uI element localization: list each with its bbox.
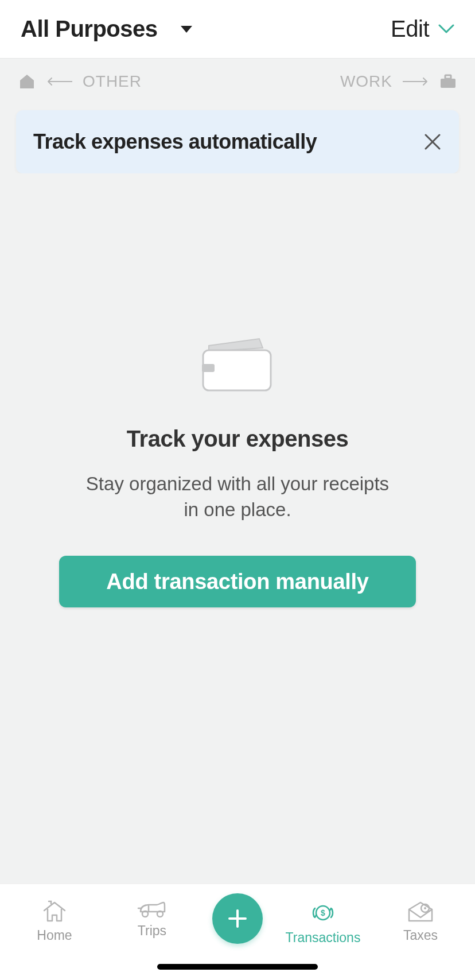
home-icon — [18, 73, 36, 90]
briefcase-icon — [439, 74, 457, 89]
category-work-label: WORK — [340, 72, 392, 91]
arrow-left-icon — [46, 77, 72, 86]
edit-button[interactable]: Edit — [391, 16, 454, 42]
track-expenses-banner[interactable]: Track expenses automatically — [16, 110, 459, 173]
transactions-icon: $ — [310, 900, 336, 925]
home-indicator[interactable] — [157, 964, 318, 970]
nav-transactions[interactable]: $ Transactions — [286, 896, 360, 946]
svg-rect-3 — [202, 364, 215, 372]
close-icon[interactable] — [423, 133, 442, 151]
wallet-icon — [197, 334, 278, 426]
nav-taxes[interactable]: Taxes — [383, 896, 458, 943]
add-fab-button[interactable] — [212, 893, 263, 944]
svg-rect-1 — [445, 75, 451, 79]
nav-taxes-label: Taxes — [403, 928, 438, 943]
svg-point-9 — [424, 907, 426, 909]
bottom-navigation: Home Trips $ Transactions — [0, 884, 475, 980]
purpose-filter-label: All Purposes — [21, 16, 158, 42]
category-other[interactable]: OTHER — [18, 72, 142, 91]
category-swipe-bar: OTHER WORK — [0, 59, 475, 104]
chevron-down-icon — [438, 24, 454, 34]
envelope-icon — [407, 900, 434, 923]
nav-trips[interactable]: Trips — [115, 896, 189, 939]
nav-home-label: Home — [37, 928, 72, 943]
add-transaction-button[interactable]: Add transaction manually — [59, 556, 416, 607]
empty-state: Track your expenses Stay organized with … — [0, 173, 475, 884]
edit-label: Edit — [391, 16, 429, 42]
nav-transactions-label: Transactions — [286, 930, 361, 946]
empty-state-subtitle: Stay organized with all your receipts in… — [77, 471, 398, 522]
purpose-filter-dropdown[interactable]: All Purposes — [21, 16, 192, 42]
category-other-label: OTHER — [83, 72, 142, 91]
svg-rect-0 — [441, 79, 455, 88]
nav-trips-label: Trips — [138, 923, 166, 939]
chevron-down-icon — [181, 26, 192, 33]
banner-title: Track expenses automatically — [33, 130, 317, 154]
car-icon — [137, 900, 167, 919]
top-header: All Purposes Edit — [0, 0, 475, 59]
plus-icon — [226, 907, 249, 930]
arrow-right-icon — [403, 77, 429, 86]
empty-state-title: Track your expenses — [127, 426, 348, 452]
home-icon — [42, 900, 67, 923]
category-work[interactable]: WORK — [340, 72, 457, 91]
nav-home[interactable]: Home — [17, 896, 92, 943]
svg-text:$: $ — [321, 908, 325, 917]
